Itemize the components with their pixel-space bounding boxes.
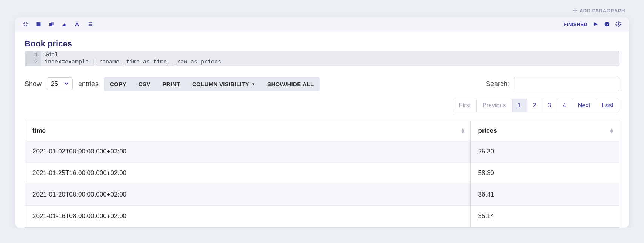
chevron-down-icon xyxy=(64,80,69,88)
print-button[interactable]: PRINT xyxy=(156,77,186,91)
add-paragraph-label: ADD PARAGRAPH xyxy=(579,8,625,14)
book-icon[interactable] xyxy=(35,21,42,27)
pager-page-3[interactable]: 3 xyxy=(542,99,557,112)
entries-label: entries xyxy=(78,80,99,88)
paragraph-card: FINISHED Book prices 1 %dpl 2 index=exam… xyxy=(15,17,629,228)
cell-prices: 35.14 xyxy=(471,206,619,227)
search-label: Search: xyxy=(486,80,509,88)
pagination: First Previous 1 2 3 4 Next Last xyxy=(453,99,619,112)
play-icon[interactable] xyxy=(593,21,599,27)
svg-rect-1 xyxy=(37,23,40,23)
paragraph-toolbar: FINISHED xyxy=(15,17,629,31)
results-table: time ▲▼ prices ▲▼ 2021-01-02T08:00:00.00… xyxy=(25,121,619,228)
cell-prices: 58.39 xyxy=(471,163,619,184)
pager-last[interactable]: Last xyxy=(596,99,619,112)
page-size-value: 25 xyxy=(51,80,58,88)
status-label: FINISHED xyxy=(564,22,587,27)
table-row: 2021-01-20T08:00:00.000+02:00 36.41 xyxy=(25,184,619,206)
caret-down-icon: ▼ xyxy=(251,82,255,86)
colvis-label: COLUMN VISIBILITY xyxy=(192,81,249,87)
paragraph-title: Book prices xyxy=(25,39,619,49)
pager-page-1[interactable]: 1 xyxy=(512,99,527,112)
show-label: Show xyxy=(25,80,42,88)
plus-icon xyxy=(573,8,577,13)
csv-button[interactable]: CSV xyxy=(132,77,157,91)
col-time-label: time xyxy=(32,127,46,134)
cell-prices: 25.30 xyxy=(471,141,619,163)
svg-rect-0 xyxy=(37,22,41,26)
show-hide-all-button[interactable]: SHOW/HIDE ALL xyxy=(261,77,320,91)
pager-previous[interactable]: Previous xyxy=(476,99,512,112)
cell-time: 2021-01-25T16:00:00.000+02:00 xyxy=(25,163,471,184)
table-row: 2021-01-02T08:00:00.000+02:00 25.30 xyxy=(25,141,619,163)
search-input[interactable] xyxy=(514,77,619,91)
code-line: 1 %dpl xyxy=(25,51,619,59)
copy-icon[interactable] xyxy=(48,21,54,27)
svg-point-5 xyxy=(88,24,88,25)
page-size-select[interactable]: 25 xyxy=(47,77,73,90)
pager-page-4[interactable]: 4 xyxy=(557,99,572,112)
sort-icon: ▲▼ xyxy=(610,128,614,133)
copy-button[interactable]: COPY xyxy=(104,77,132,91)
cell-prices: 36.41 xyxy=(471,184,619,206)
svg-rect-3 xyxy=(51,22,54,25)
svg-point-4 xyxy=(88,22,88,23)
cell-time: 2021-01-16T08:00:00.000+02:00 xyxy=(25,206,471,227)
table-button-group: COPY CSV PRINT COLUMN VISIBILITY ▼ SHOW/… xyxy=(104,77,320,91)
column-header-prices[interactable]: prices ▲▼ xyxy=(471,121,619,141)
col-prices-label: prices xyxy=(478,127,497,134)
pager-next[interactable]: Next xyxy=(572,99,596,112)
code-text: %dpl xyxy=(41,51,619,59)
eraser-icon[interactable] xyxy=(61,21,67,27)
list-icon[interactable] xyxy=(87,21,93,27)
collapse-icon[interactable] xyxy=(23,21,29,27)
sort-icon: ▲▼ xyxy=(461,128,465,133)
add-paragraph-button[interactable]: ADD PARAGRAPH xyxy=(573,8,625,14)
code-editor[interactable]: 1 %dpl 2 index=example | rename _time as… xyxy=(25,51,619,66)
pager-page-2[interactable]: 2 xyxy=(527,99,542,112)
gear-icon[interactable] xyxy=(615,21,621,27)
svg-point-6 xyxy=(88,25,88,26)
column-visibility-button[interactable]: COLUMN VISIBILITY ▼ xyxy=(186,77,261,91)
line-number: 1 xyxy=(25,51,41,59)
table-row: 2021-01-16T08:00:00.000+02:00 35.14 xyxy=(25,206,619,227)
svg-point-8 xyxy=(618,23,619,25)
cell-time: 2021-01-02T08:00:00.000+02:00 xyxy=(25,141,471,163)
code-line: 2 index=example | rename _time as time, … xyxy=(25,59,619,66)
table-row: 2021-01-25T16:00:00.000+02:00 58.39 xyxy=(25,163,619,184)
line-number: 2 xyxy=(25,59,41,66)
clock-icon[interactable] xyxy=(604,21,610,27)
column-header-time[interactable]: time ▲▼ xyxy=(25,121,471,141)
font-icon[interactable] xyxy=(74,21,80,27)
code-text: index=example | rename _time as time, _r… xyxy=(41,59,619,66)
pager-first[interactable]: First xyxy=(453,99,476,112)
cell-time: 2021-01-20T08:00:00.000+02:00 xyxy=(25,184,471,206)
